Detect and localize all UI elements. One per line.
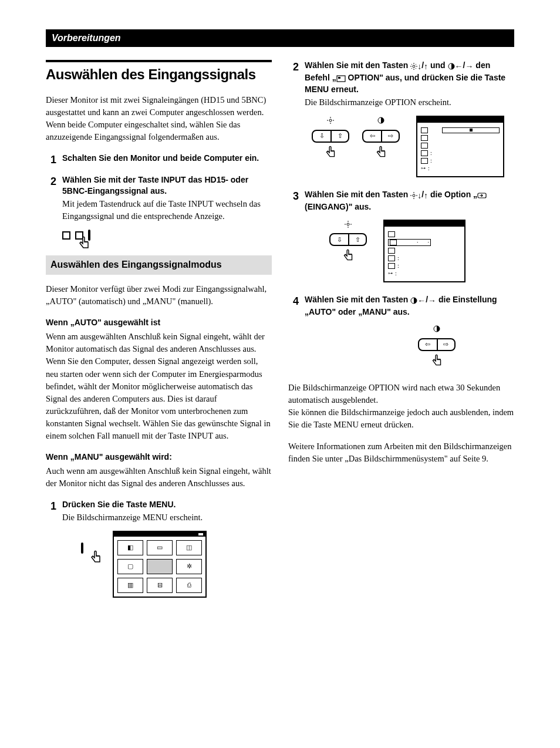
step-title: Schalten Sie den Monitor und beide Compu… — [62, 153, 272, 164]
menu-illustration: ◧ ▭ ◫ ▢ ✲ ▥ ⊟ ⎙ — [81, 531, 272, 598]
brightness-icon — [410, 60, 417, 72]
osd-cell-icon: ⎙ — [176, 578, 202, 593]
left-arrow-icon: ← — [417, 295, 426, 306]
step-title: Wählen Sie mit den Tasten ↓/↑ die Option… — [305, 189, 514, 213]
left-arrow-icon: ← — [455, 61, 463, 72]
option-osd-diagram: ·· : : ⊶: — [383, 220, 465, 282]
right-column: 2 Wählen Sie mit den Tasten ↓/↑ und ←/→ … — [288, 60, 514, 609]
hand-icon — [75, 235, 93, 253]
step-title: Wählen Sie mit den Tasten ←/→ die Einste… — [305, 294, 514, 318]
auto-heading: Wenn „AUTO" ausgewählt ist — [46, 317, 272, 329]
svg-line-5 — [411, 64, 412, 65]
contrast-icon — [448, 60, 455, 72]
sub-intro: Dieser Monitor verfügt über zwei Modi zu… — [46, 283, 272, 308]
down-arrow-icon: ↓ — [417, 61, 421, 72]
step-number: 4 — [288, 294, 299, 318]
step-text: Die Bildschirmanzeige MENU erscheint. — [62, 511, 272, 524]
text-fragment: Wählen Sie mit den Tasten — [305, 190, 410, 199]
brightness-rocker: ⇩⇧ — [312, 116, 349, 161]
step-text: Mit jedem Tastendruck auf die Taste INPU… — [62, 198, 272, 223]
contrast-icon — [410, 295, 417, 306]
option-icon — [336, 73, 346, 84]
osd-cell-icon: ⊟ — [147, 578, 173, 593]
led-icon — [62, 231, 70, 240]
step-number: 1 — [46, 499, 56, 524]
hand-icon — [340, 248, 356, 265]
svg-line-6 — [416, 68, 416, 69]
brightness-rocker: ⇩⇧ — [329, 220, 367, 265]
step-title: Wählen Sie mit der Taste INPUT das HD15-… — [62, 174, 272, 197]
osd-cell-icon: ▥ — [117, 578, 143, 593]
step-number: 2 — [288, 60, 299, 109]
step-title: Drücken Sie die Taste MENU. — [62, 499, 272, 510]
left-step-1: 1 Schalten Sie den Monitor und beide Com… — [46, 153, 272, 167]
intro-paragraph: Dieser Monitor ist mit zwei Signaleingän… — [46, 94, 272, 143]
closing-p2: Sie können die Bildschirmanzeige jedoch … — [288, 406, 514, 431]
step-3-illustration: ⇩⇧ ·· : : ⊶: — [312, 220, 514, 282]
brightness-icon — [327, 116, 334, 127]
contrast-rocker: ⇦⇨ — [359, 324, 514, 370]
step-4-illustration: ⇦⇨ — [359, 324, 514, 370]
svg-point-0 — [413, 65, 415, 68]
option-osd-diagram: : : ⊶: — [416, 116, 504, 177]
right-arrow-icon: → — [465, 61, 473, 72]
manu-text: Auch wenn am ausgewählten Anschluß kein … — [46, 465, 272, 490]
right-step-3: 3 Wählen Sie mit den Tasten ↓/↑ die Opti… — [288, 189, 514, 213]
right-step-2: 2 Wählen Sie mit den Tasten ↓/↑ und ←/→ … — [288, 60, 514, 109]
closing-p1: Die Bildschirmanzeige OPTION wird nach e… — [288, 382, 514, 406]
osd-cell-icon: ▭ — [147, 540, 173, 555]
svg-point-18 — [413, 194, 415, 197]
left-column: Auswählen des Eingangssignals Dieser Mon… — [46, 60, 272, 609]
svg-rect-11 — [338, 77, 340, 79]
step-number: 2 — [46, 174, 56, 223]
text-fragment: (EINGANG)" aus. — [305, 202, 371, 211]
brightness-icon — [410, 190, 417, 201]
svg-point-12 — [329, 119, 332, 122]
svg-point-24 — [347, 223, 349, 225]
text-fragment: Wählen Sie mit den Tasten — [305, 60, 410, 70]
down-arrow-icon: ↓ — [417, 190, 421, 201]
contrast-icon — [377, 116, 384, 127]
page-title: Auswählen des Eingangssignals — [46, 60, 272, 85]
text-fragment: die Option „ — [428, 190, 477, 199]
osd-cell-icon: ◧ — [117, 540, 143, 555]
step-number: 1 — [46, 153, 56, 167]
svg-line-7 — [411, 68, 412, 69]
manu-heading: Wenn „MANU" ausgewählt wird: — [46, 452, 272, 463]
contrast-rocker: ⇦⇨ — [362, 116, 400, 161]
step-number: 3 — [288, 189, 299, 213]
step-text: Die Bildschirmanzeige OPTION erscheint. — [305, 96, 514, 109]
osd-cell-icon: ◫ — [176, 540, 202, 555]
text-fragment: und — [428, 60, 447, 70]
contrast-icon — [433, 324, 440, 336]
brightness-icon — [345, 220, 352, 231]
left-bottom-step-1: 1 Drücken Sie die Taste MENU. Die Bildsc… — [46, 499, 272, 524]
svg-line-8 — [416, 64, 416, 65]
hand-icon — [373, 145, 389, 161]
hand-icon — [429, 353, 445, 370]
two-column-layout: Auswählen des Eingangssignals Dieser Mon… — [46, 60, 514, 609]
step-2-illustration: ⇩⇧ ⇦⇨ : : ⊶: — [312, 116, 514, 177]
hand-icon — [87, 550, 104, 567]
text-fragment: Wählen Sie mit den Tasten — [305, 295, 410, 304]
auto-text: Wenn am ausgewählten Anschluß kein Signa… — [46, 331, 272, 442]
input-icon — [477, 190, 487, 201]
right-arrow-icon: → — [428, 295, 436, 306]
hand-icon — [322, 145, 339, 161]
closing-p3: Weitere Informationen zum Arbeiten mit d… — [288, 440, 514, 465]
sub-heading: Auswählen des Eingangssignalmodus — [46, 255, 272, 274]
input-button-illustration — [62, 230, 272, 242]
menu-osd-diagram: ◧ ▭ ◫ ▢ ✲ ▥ ⊟ ⎙ — [113, 531, 207, 598]
osd-cell-icon: ✲ — [176, 559, 202, 574]
section-header: Vorbereitungen — [46, 29, 514, 47]
right-step-4: 4 Wählen Sie mit den Tasten ←/→ die Eins… — [288, 294, 514, 318]
left-step-2: 2 Wählen Sie mit der Taste INPUT das HD1… — [46, 174, 272, 223]
osd-cell-icon: ▢ — [117, 559, 143, 574]
menu-button-icon — [81, 543, 83, 554]
step-title: Wählen Sie mit den Tasten ↓/↑ und ←/→ de… — [305, 60, 514, 95]
osd-cell-icon — [147, 559, 173, 574]
